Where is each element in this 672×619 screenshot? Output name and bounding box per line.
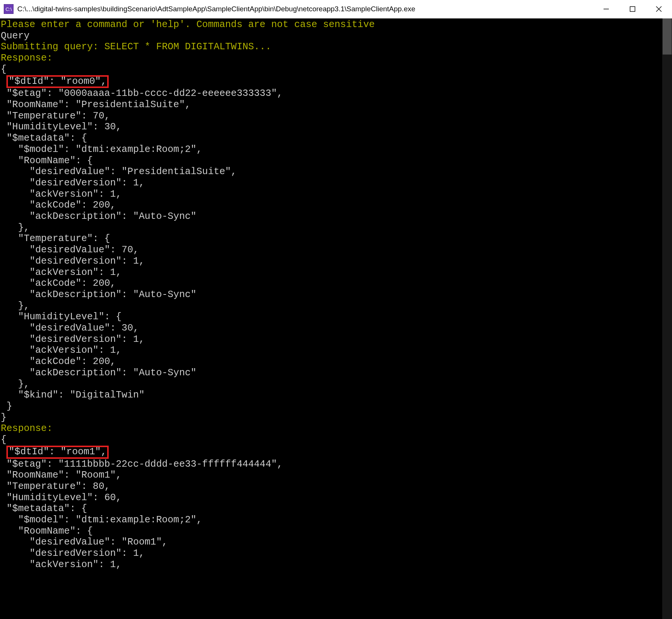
json-line: "$metadata": { xyxy=(1,133,87,144)
terminal-line: "ackDescription": "Auto-Sync" xyxy=(1,289,662,300)
brace-open: { xyxy=(1,64,6,75)
terminal-line: "desiredVersion": 1, xyxy=(1,334,662,345)
terminal-line: "$dtId": "room1", xyxy=(1,446,662,459)
json-line: "desiredValue": "PresidentialSuite", xyxy=(1,166,237,177)
terminal-line: "desiredVersion": 1, xyxy=(1,256,662,267)
terminal-line: "$dtId": "room0", xyxy=(1,75,662,88)
terminal-line: Submitting query: SELECT * FROM DIGITALT… xyxy=(1,41,662,53)
scroll-thumb[interactable] xyxy=(663,18,672,55)
json-line: "ackDescription": "Auto-Sync" xyxy=(1,211,196,222)
json-line: "HumidityLevel": { xyxy=(1,311,121,322)
json-line: "RoomName": "PresidentialSuite", xyxy=(1,99,191,110)
json-line: "ackDescription": "Auto-Sync" xyxy=(1,289,196,300)
json-line: "ackCode": 200, xyxy=(1,356,116,367)
terminal-line: "ackVersion": 1, xyxy=(1,345,662,356)
brace-open: { xyxy=(1,434,6,445)
json-line: }, xyxy=(1,300,30,311)
terminal-line: } xyxy=(1,412,662,423)
terminal-line: "$metadata": { xyxy=(1,133,662,144)
json-line: "desiredVersion": 1, xyxy=(1,334,145,345)
terminal-line: "HumidityLevel": { xyxy=(1,311,662,323)
close-icon xyxy=(656,6,662,12)
json-line: "$model": "dtmi:example:Room;2", xyxy=(1,144,202,155)
json-line: "desiredValue": 70, xyxy=(1,244,139,255)
vertical-scrollbar[interactable] xyxy=(662,18,672,619)
json-line: "HumidityLevel": 60, xyxy=(1,492,121,503)
terminal-line: "desiredValue": "Room1", xyxy=(1,537,662,548)
terminal-line: "desiredValue": 30, xyxy=(1,323,662,334)
terminal-line: Response: xyxy=(1,53,662,64)
terminal-line: "Temperature": 70, xyxy=(1,111,662,122)
svg-rect-1 xyxy=(630,7,635,12)
json-line: "RoomName": "Room1", xyxy=(1,470,121,481)
terminal-line: "RoomName": { xyxy=(1,155,662,167)
json-line: "ackVersion": 1, xyxy=(1,559,121,570)
terminal-line: "desiredVersion": 1, xyxy=(1,178,662,189)
terminal-line: "RoomName": "PresidentialSuite", xyxy=(1,99,662,111)
json-line: "$model": "dtmi:example:Room;2", xyxy=(1,514,202,525)
terminal-line: { xyxy=(1,64,662,75)
json-line: "ackCode": 200, xyxy=(1,200,116,211)
terminal-line: "RoomName": { xyxy=(1,526,662,537)
terminal-line: "$etag": "1111bbbb-22cc-dddd-ee33-ffffff… xyxy=(1,459,662,470)
json-line: } xyxy=(1,412,6,423)
json-line: "$kind": "DigitalTwin" xyxy=(1,390,145,401)
title-bar[interactable]: C:\ C:\...\digital-twins-samples\buildin… xyxy=(0,0,672,18)
terminal-line: "$model": "dtmi:example:Room;2", xyxy=(1,514,662,526)
terminal-area: Please enter a command or 'help'. Comman… xyxy=(0,18,672,619)
response-label: Response: xyxy=(1,53,53,64)
terminal-line: "ackVersion": 1, xyxy=(1,267,662,278)
json-line: "desiredVersion": 1, xyxy=(1,178,145,188)
json-line: }, xyxy=(1,379,30,390)
terminal-line: "HumidityLevel": 30, xyxy=(1,121,662,133)
json-line: }, xyxy=(1,222,30,233)
submitting-line: Submitting query: SELECT * FROM DIGITALT… xyxy=(1,41,271,52)
terminal-line: "$etag": "0000aaaa-11bb-cccc-dd22-eeeeee… xyxy=(1,88,662,99)
dtid-line: "$dtId": "room0", xyxy=(6,75,109,88)
terminal-line: "ackVersion": 1, xyxy=(1,189,662,200)
terminal-line: }, xyxy=(1,379,662,390)
indent xyxy=(1,446,6,457)
json-line: "$etag": "1111bbbb-22cc-dddd-ee33-ffffff… xyxy=(1,459,283,470)
maximize-button[interactable] xyxy=(619,0,646,18)
terminal-line: "Temperature": { xyxy=(1,233,662,244)
terminal-line: "desiredValue": "PresidentialSuite", xyxy=(1,166,662,178)
terminal-line: "$kind": "DigitalTwin" xyxy=(1,390,662,401)
terminal-line: "$model": "dtmi:example:Room;2", xyxy=(1,144,662,155)
terminal-line: } xyxy=(1,401,662,412)
json-line: "desiredVersion": 1, xyxy=(1,256,145,267)
close-button[interactable] xyxy=(646,0,672,18)
json-line: } xyxy=(1,401,12,412)
terminal-line: Query xyxy=(1,30,662,42)
maximize-icon xyxy=(630,6,636,12)
app-icon: C:\ xyxy=(4,4,14,14)
terminal-line: "ackCode": 200, xyxy=(1,200,662,211)
json-line: "ackVersion": 1, xyxy=(1,345,121,356)
terminal-line: }, xyxy=(1,222,662,234)
json-line: "Temperature": 70, xyxy=(1,111,110,121)
terminal-line: "ackVersion": 1, xyxy=(1,559,662,570)
terminal-line: "ackCode": 200, xyxy=(1,278,662,289)
terminal-output[interactable]: Please enter a command or 'help'. Comman… xyxy=(0,18,662,619)
console-window: C:\ C:\...\digital-twins-samples\buildin… xyxy=(0,0,672,619)
terminal-line: "ackDescription": "Auto-Sync" xyxy=(1,211,662,222)
terminal-line: "desiredVersion": 1, xyxy=(1,548,662,559)
terminal-line: }, xyxy=(1,300,662,312)
json-line: "desiredVersion": 1, xyxy=(1,548,145,559)
json-line: "Temperature": { xyxy=(1,233,110,244)
json-line: "RoomName": { xyxy=(1,526,93,537)
terminal-line: { xyxy=(1,434,662,446)
json-line: "desiredValue": 30, xyxy=(1,323,139,334)
indent xyxy=(1,76,6,87)
terminal-line: Response: xyxy=(1,423,662,434)
json-line: "RoomName": { xyxy=(1,155,93,166)
prompt-line: Please enter a command or 'help'. Comman… xyxy=(1,19,375,30)
response-label: Response: xyxy=(1,423,53,434)
terminal-line: "HumidityLevel": 60, xyxy=(1,492,662,504)
terminal-line: "RoomName": "Room1", xyxy=(1,470,662,481)
terminal-line: "ackCode": 200, xyxy=(1,356,662,367)
json-line: "ackVersion": 1, xyxy=(1,267,121,278)
minimize-button[interactable] xyxy=(593,0,619,18)
terminal-line: "Temperature": 80, xyxy=(1,481,662,492)
json-line: "ackDescription": "Auto-Sync" xyxy=(1,367,196,378)
